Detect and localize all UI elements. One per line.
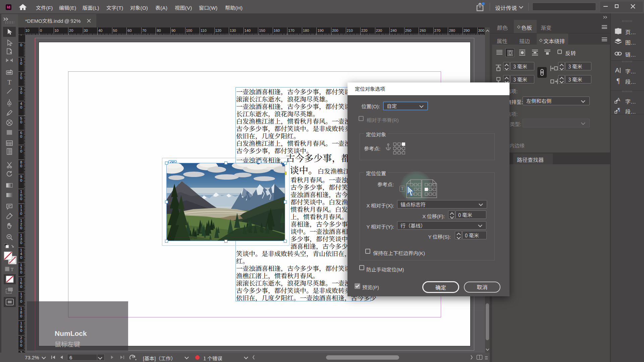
svg-text:T: T [7,79,11,86]
svg-text:A: A [615,67,620,74]
svg-text:¶: ¶ [618,107,620,112]
svg-text:A: A [617,97,620,102]
svg-text:T: T [10,266,13,272]
svg-text:¶: ¶ [616,77,620,84]
